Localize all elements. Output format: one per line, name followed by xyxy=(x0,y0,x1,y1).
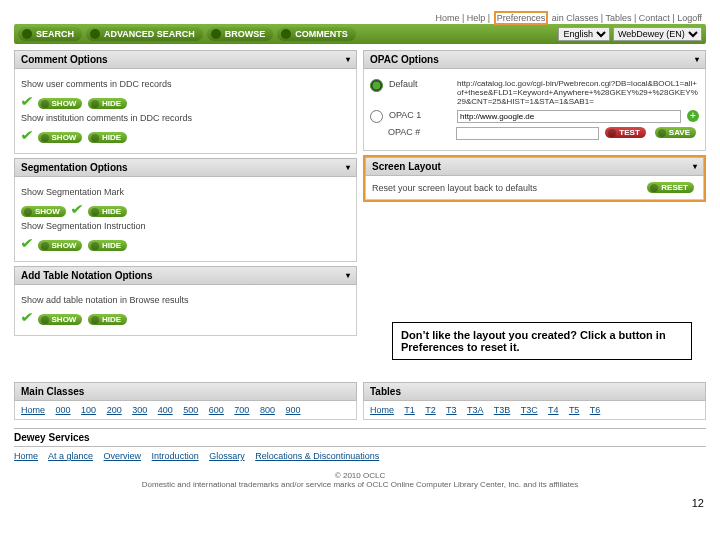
mc-600[interactable]: 600 xyxy=(209,405,224,415)
caret-icon: ▾ xyxy=(346,163,350,172)
tbl-t3a[interactable]: T3A xyxy=(467,405,484,415)
topnav-preferences[interactable]: Preferences xyxy=(497,13,546,23)
tbl-t3[interactable]: T3 xyxy=(446,405,457,415)
hide-button-5[interactable]: HIDE xyxy=(88,314,127,325)
opac-default-label: Default xyxy=(389,79,451,89)
check-icon: ✔ xyxy=(70,201,84,217)
check-icon: ✔ xyxy=(20,309,34,325)
comment-inst-label: Show institution comments in DDC records xyxy=(21,113,350,123)
mc-500[interactable]: 500 xyxy=(183,405,198,415)
dw-glossary[interactable]: Glossary xyxy=(209,451,245,461)
caret-icon: ▾ xyxy=(695,55,699,64)
opac-default-radio[interactable] xyxy=(370,79,383,92)
opac-header[interactable]: OPAC Options ▾ xyxy=(363,50,706,69)
dw-overview[interactable]: Overview xyxy=(104,451,142,461)
check-icon: ✔ xyxy=(20,235,34,251)
callout-box: Don’t like the layout you created? Click… xyxy=(392,322,692,360)
comment-options-title: Comment Options xyxy=(21,54,108,65)
topnav-home[interactable]: Home xyxy=(435,13,459,23)
caret-icon: ▾ xyxy=(346,271,350,280)
screen-layout-text: Reset your screen layout back to default… xyxy=(372,183,637,193)
check-icon: ✔ xyxy=(20,93,34,109)
segmentation-header[interactable]: Segmentation Options ▾ xyxy=(14,158,357,177)
table-notation-label: Show add table notation in Browse result… xyxy=(21,295,350,305)
add-opac-icon[interactable]: + xyxy=(687,110,699,122)
hide-button-2[interactable]: HIDE xyxy=(88,132,127,143)
reset-button[interactable]: RESET xyxy=(647,182,694,193)
mc-000[interactable]: 000 xyxy=(56,405,71,415)
tbl-t5[interactable]: T5 xyxy=(569,405,580,415)
tables-links: Home T1 T2 T3 T3A T3B T3C T4 T5 T6 xyxy=(363,401,706,420)
tbl-t1[interactable]: T1 xyxy=(404,405,415,415)
language-select[interactable]: English xyxy=(558,27,610,41)
mc-900[interactable]: 900 xyxy=(285,405,300,415)
tbl-t6[interactable]: T6 xyxy=(590,405,601,415)
mc-400[interactable]: 400 xyxy=(158,405,173,415)
opacn-input[interactable] xyxy=(456,127,599,140)
opac-default-url: http://catalog.loc.gov/cgi-bin/Pwebrecon… xyxy=(457,79,699,106)
show-button-1[interactable]: SHOW xyxy=(38,98,83,109)
show-button-2[interactable]: SHOW xyxy=(38,132,83,143)
search-button[interactable]: SEARCH xyxy=(18,27,82,41)
caret-icon: ▾ xyxy=(346,55,350,64)
seg-instr-label: Show Segmentation Instruction xyxy=(21,221,350,231)
hide-button-4[interactable]: HIDE xyxy=(88,240,127,251)
table-notation-title: Add Table Notation Options xyxy=(21,270,152,281)
advanced-search-button[interactable]: ADVANCED SEARCH xyxy=(86,27,203,41)
page-number: 12 xyxy=(0,493,720,515)
comment-options-header[interactable]: Comment Options ▾ xyxy=(14,50,357,69)
tables-header: Tables xyxy=(363,382,706,401)
main-classes-links: Home 000 100 200 300 400 500 600 700 800… xyxy=(14,401,357,420)
save-button[interactable]: SAVE xyxy=(655,127,696,138)
dw-reloc[interactable]: Relocations & Discontinuations xyxy=(255,451,379,461)
dewey-links: Home At a glance Overview Introduction G… xyxy=(14,447,706,465)
tbl-t3b[interactable]: T3B xyxy=(494,405,511,415)
show-button-4[interactable]: SHOW xyxy=(38,240,83,251)
hide-button-3[interactable]: HIDE xyxy=(88,206,127,217)
test-button[interactable]: TEST xyxy=(605,127,645,138)
top-nav: Home | Help | Preferences ain Classes | … xyxy=(14,12,706,24)
hide-button-1[interactable]: HIDE xyxy=(88,98,127,109)
dw-intro[interactable]: Introduction xyxy=(152,451,199,461)
opac-title: OPAC Options xyxy=(370,54,439,65)
screen-layout-title: Screen Layout xyxy=(372,161,441,172)
topnav-mainclasses[interactable]: ain Classes xyxy=(552,13,599,23)
screen-layout-header[interactable]: Screen Layout ▾ xyxy=(365,157,704,176)
browse-button[interactable]: BROWSE xyxy=(207,27,274,41)
check-icon: ✔ xyxy=(20,127,34,143)
mc-300[interactable]: 300 xyxy=(132,405,147,415)
opac1-radio[interactable] xyxy=(370,110,383,123)
dw-glance[interactable]: At a glance xyxy=(48,451,93,461)
opacn-label: OPAC # xyxy=(388,127,450,137)
footer-legal: Domestic and international trademarks an… xyxy=(14,480,706,489)
dw-home[interactable]: Home xyxy=(14,451,38,461)
mc-home[interactable]: Home xyxy=(21,405,45,415)
topnav-tables[interactable]: Tables xyxy=(605,13,631,23)
tbl-t3c[interactable]: T3C xyxy=(521,405,538,415)
comment-users-label: Show user comments in DDC records xyxy=(21,79,350,89)
caret-icon: ▾ xyxy=(693,162,697,171)
nav-bar: SEARCH ADVANCED SEARCH BROWSE COMMENTS E… xyxy=(14,24,706,44)
comments-button[interactable]: COMMENTS xyxy=(277,27,356,41)
table-notation-header[interactable]: Add Table Notation Options ▾ xyxy=(14,266,357,285)
topnav-logoff[interactable]: Logoff xyxy=(677,13,702,23)
main-classes-header: Main Classes xyxy=(14,382,357,401)
mc-800[interactable]: 800 xyxy=(260,405,275,415)
footer-copyright: © 2010 OCLC xyxy=(14,471,706,480)
mc-700[interactable]: 700 xyxy=(234,405,249,415)
product-select[interactable]: WebDewey (EN) xyxy=(613,27,702,41)
seg-mark-label: Show Segmentation Mark xyxy=(21,187,350,197)
topnav-help[interactable]: Help xyxy=(467,13,486,23)
segmentation-title: Segmentation Options xyxy=(21,162,128,173)
opac1-input[interactable] xyxy=(457,110,681,123)
tbl-home[interactable]: Home xyxy=(370,405,394,415)
mc-100[interactable]: 100 xyxy=(81,405,96,415)
opac1-label: OPAC 1 xyxy=(389,110,451,120)
tbl-t2[interactable]: T2 xyxy=(425,405,436,415)
show-button-3[interactable]: SHOW xyxy=(21,206,66,217)
show-button-5[interactable]: SHOW xyxy=(38,314,83,325)
mc-200[interactable]: 200 xyxy=(107,405,122,415)
dewey-services-header: Dewey Services xyxy=(14,428,706,447)
tbl-t4[interactable]: T4 xyxy=(548,405,559,415)
topnav-contact[interactable]: Contact xyxy=(639,13,670,23)
